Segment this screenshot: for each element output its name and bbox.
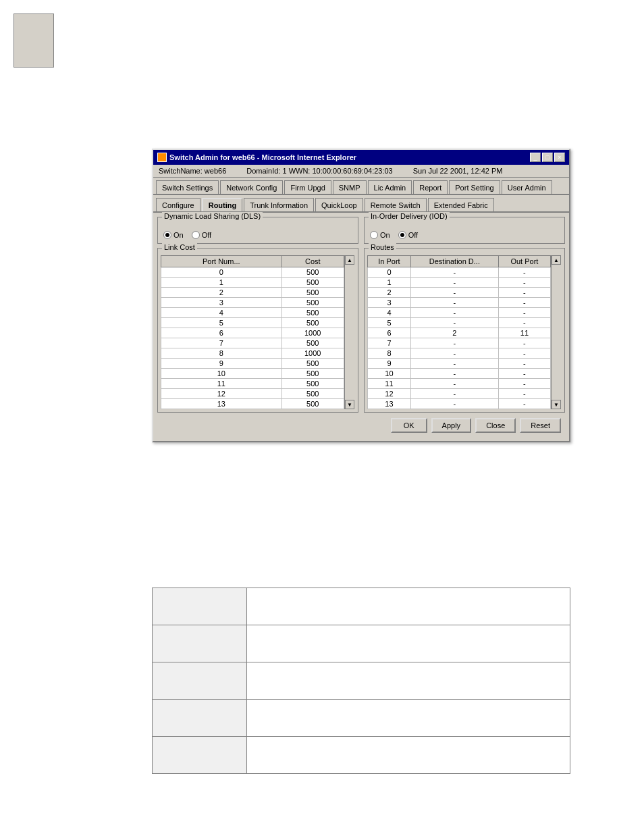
bottom-table [152,588,570,774]
minimize-button[interactable]: _ [530,153,541,162]
page-background: Switch Admin for web66 - Microsoft Inter… [0,0,644,834]
iod-on-radio[interactable]: On [370,231,390,239]
link-cost-row[interactable]: 11500 [161,379,344,389]
routes-row[interactable]: 6211 [368,328,551,338]
tabs-row-1-inner: Switch Settings Network Config Firm Upgd… [153,178,569,194]
dls-off-radio[interactable]: Off [192,231,211,239]
bottom-col1-cell [153,737,247,774]
routes-scroll-area[interactable]: In Port Destination D... Out Port 0--1--… [367,255,551,409]
routes-row[interactable]: 2-- [368,288,551,298]
routes-outport-cell: 11 [498,328,550,338]
bottom-col2-cell [247,737,570,774]
link-cost-cost-cell: 500 [281,318,344,328]
routes-row[interactable]: 13-- [368,399,551,409]
apply-button[interactable]: Apply [431,418,472,433]
routes-row[interactable]: 1-- [368,278,551,288]
iod-radio-group: On Off [370,231,559,239]
routes-scrollbar[interactable]: ▲ ▼ [551,255,562,409]
tab-firm-upgd[interactable]: Firm Upgd [284,180,331,194]
link-cost-row[interactable]: 2500 [161,288,344,298]
link-cost-row[interactable]: 12500 [161,389,344,399]
link-cost-port-cell: 6 [161,328,282,338]
tab-extended-fabric[interactable]: Extended Fabric [428,198,494,211]
routes-section: Routes In Port Destination D... Out Port [364,248,565,413]
status-bar: SwitchName: web66 DomainId: 1 WWN: 10:00… [153,165,569,178]
link-cost-row[interactable]: 81000 [161,348,344,359]
link-cost-cost-cell: 500 [281,359,344,369]
tab-routing[interactable]: Routing [202,198,243,211]
routes-inport-cell: 5 [368,318,411,328]
link-cost-row[interactable]: 7500 [161,338,344,348]
reset-button[interactable]: Reset [520,418,561,433]
link-cost-cost-cell: 500 [281,278,344,288]
routes-row[interactable]: 3-- [368,298,551,308]
link-cost-row[interactable]: 13500 [161,399,344,409]
link-cost-scrollbar[interactable]: ▲ ▼ [344,255,355,409]
routes-outport-cell: - [498,359,550,369]
link-cost-row[interactable]: 0500 [161,267,344,278]
routes-inport-cell: 4 [368,308,411,318]
bottom-table-row [153,737,570,774]
domain-wwn: DomainId: 1 WWN: 10:00:00:60:69:04:23:03 [246,167,392,175]
routes-dest-cell: - [410,318,498,328]
link-cost-row[interactable]: 9500 [161,359,344,369]
tab-trunk-information[interactable]: Trunk Information [244,198,314,211]
link-cost-scroll-area[interactable]: Port Num... Cost 05001500250035004500550… [161,255,344,409]
iod-off-circle [398,231,406,239]
tab-user-admin[interactable]: User Admin [502,180,552,194]
routes-col-dest: Destination D... [410,256,498,267]
link-cost-title: Link Cost [162,243,197,251]
iod-title: In-Order Delivery (IOD) [369,212,450,220]
tab-quickloop[interactable]: QuickLoop [315,198,363,211]
dls-on-circle [163,231,171,239]
iod-group: In-Order Delivery (IOD) On Off [364,217,565,244]
routes-inport-cell: 11 [368,379,411,389]
iod-on-circle [370,231,378,239]
maximize-button[interactable]: □ [542,153,553,162]
routes-scroll-up[interactable]: ▲ [552,255,561,265]
iod-off-radio[interactable]: Off [398,231,418,239]
dls-radio-group: On Off [163,231,352,239]
tab-switch-settings[interactable]: Switch Settings [156,180,219,194]
routes-row[interactable]: 0-- [368,267,551,278]
link-cost-row[interactable]: 10500 [161,369,344,379]
routes-row[interactable]: 7-- [368,338,551,348]
bottom-col2-cell [247,662,570,700]
link-cost-cost-cell: 500 [281,298,344,308]
link-cost-port-cell: 13 [161,399,282,409]
tab-configure[interactable]: Configure [156,198,200,211]
link-cost-scroll-down[interactable]: ▼ [345,400,354,409]
tab-lic-admin[interactable]: Lic Admin [368,180,412,194]
routes-outport-cell: - [498,389,550,399]
link-cost-row[interactable]: 3500 [161,298,344,308]
tab-snmp[interactable]: SNMP [333,180,367,194]
routes-row[interactable]: 9-- [368,359,551,369]
tab-remote-switch[interactable]: Remote Switch [365,198,427,211]
link-cost-port-cell: 3 [161,298,282,308]
routes-row[interactable]: 12-- [368,389,551,399]
close-button-main[interactable]: Close [475,418,516,433]
link-cost-row[interactable]: 1500 [161,278,344,288]
routes-row[interactable]: 4-- [368,308,551,318]
routes-row[interactable]: 10-- [368,369,551,379]
tab-report[interactable]: Report [413,180,448,194]
routes-inport-cell: 10 [368,369,411,379]
date-time: Sun Jul 22 2001, 12:42 PM [413,167,503,175]
close-button[interactable]: × [554,153,565,162]
ok-button[interactable]: OK [391,418,427,433]
tabs-row-2: Configure Routing Trunk Information Quic… [153,195,569,213]
link-cost-scroll-up[interactable]: ▲ [345,255,354,265]
routes-row[interactable]: 5-- [368,318,551,328]
routes-row[interactable]: 11-- [368,379,551,389]
tab-port-setting[interactable]: Port Setting [449,180,500,194]
routes-scroll-down[interactable]: ▼ [552,400,561,409]
link-cost-row[interactable]: 4500 [161,308,344,318]
link-cost-row[interactable]: 5500 [161,318,344,328]
bottom-col2-cell [247,700,570,737]
tab-network-config[interactable]: Network Config [220,180,283,194]
main-window: Switch Admin for web66 - Microsoft Inter… [152,149,570,442]
link-cost-row[interactable]: 61000 [161,328,344,338]
routes-row[interactable]: 8-- [368,348,551,359]
dls-on-radio[interactable]: On [163,231,184,239]
link-cost-port-cell: 4 [161,308,282,318]
